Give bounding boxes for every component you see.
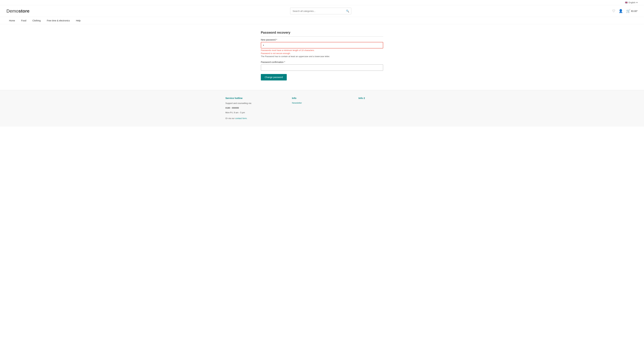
search-input[interactable] xyxy=(290,8,344,14)
footer-support-text: Support and counselling via: xyxy=(226,102,286,105)
footer-col1-title: Service hotline xyxy=(226,97,286,99)
footer-service-hotline: Service hotline Support and counselling … xyxy=(226,97,286,120)
new-password-input[interactable] xyxy=(261,42,383,48)
footer-info2: Info 2 xyxy=(358,97,418,120)
logo-part2: store xyxy=(18,8,30,13)
logo-part1: Demo xyxy=(6,8,18,13)
header-icons: ♡ 👤 🛒 €0.00* xyxy=(612,9,638,13)
site-header: Demostore 🔍 ♡ 👤 🛒 €0.00* xyxy=(0,5,644,17)
password-confirmation-input[interactable] xyxy=(261,64,383,71)
account-button[interactable]: 👤 xyxy=(618,9,623,13)
user-icon: 👤 xyxy=(618,9,623,13)
search-button[interactable]: 🔍 xyxy=(344,8,351,14)
main-nav: Home Food Clothing Free time & electroni… xyxy=(0,17,644,24)
error-message-2: Password is not secure enough. xyxy=(261,52,383,54)
password-confirmation-label: Password confirmation * xyxy=(261,61,383,63)
nav-item-free-time[interactable]: Free time & electronics xyxy=(44,17,72,24)
password-confirmation-group: Password confirmation * xyxy=(261,61,383,71)
language-selector[interactable]: 🇬🇧 English ▾ xyxy=(625,1,638,4)
contact-form-link[interactable]: contact form. xyxy=(235,117,247,119)
new-password-group: New password * Passwords must have a min… xyxy=(261,38,383,58)
main-content: Password recovery New password * Passwor… xyxy=(258,31,386,80)
footer-or-text: Or via our contact form. xyxy=(226,117,286,120)
top-bar: 🇬🇧 English ▾ xyxy=(0,0,644,5)
nav-item-food[interactable]: Food xyxy=(18,17,29,24)
flag-icon: 🇬🇧 xyxy=(625,1,628,4)
search-icon: 🔍 xyxy=(346,10,349,12)
wishlist-button[interactable]: ♡ xyxy=(612,9,615,13)
footer-col2-title: Info xyxy=(292,97,352,99)
cart-total: €0.00* xyxy=(631,10,638,12)
nav-item-clothing[interactable]: Clothing xyxy=(30,17,43,24)
cart-icon: 🛒 xyxy=(626,9,630,13)
search-bar: 🔍 xyxy=(290,8,351,14)
nav-item-help[interactable]: Help xyxy=(74,17,83,24)
heart-icon: ♡ xyxy=(612,9,615,13)
cart-button[interactable]: 🛒 €0.00* xyxy=(626,9,638,13)
new-password-label: New password * xyxy=(261,38,383,41)
nav-item-home[interactable]: Home xyxy=(6,17,18,24)
footer-grid: Service hotline Support and counselling … xyxy=(226,97,418,120)
error-message-1: Passwords must have a minimum length of … xyxy=(261,49,383,51)
site-logo[interactable]: Demostore xyxy=(6,8,30,14)
footer-newsletter-link[interactable]: Newsletter xyxy=(292,102,352,104)
chevron-down-icon: ▾ xyxy=(636,1,638,4)
change-password-button[interactable]: Change password xyxy=(261,74,287,80)
footer-info: Info Newsletter xyxy=(292,97,352,120)
site-footer: Service hotline Support and counselling … xyxy=(0,90,644,127)
footer-phone: 0180 - 000000 xyxy=(226,106,286,110)
footer-hours: Mon-Fri, 9 am - 5 pm xyxy=(226,111,286,114)
language-label: English xyxy=(628,1,636,4)
page-title: Password recovery xyxy=(261,31,383,36)
footer-col3-title: Info 2 xyxy=(358,97,418,99)
password-info-text: The Password has to contain at least an … xyxy=(261,55,383,58)
